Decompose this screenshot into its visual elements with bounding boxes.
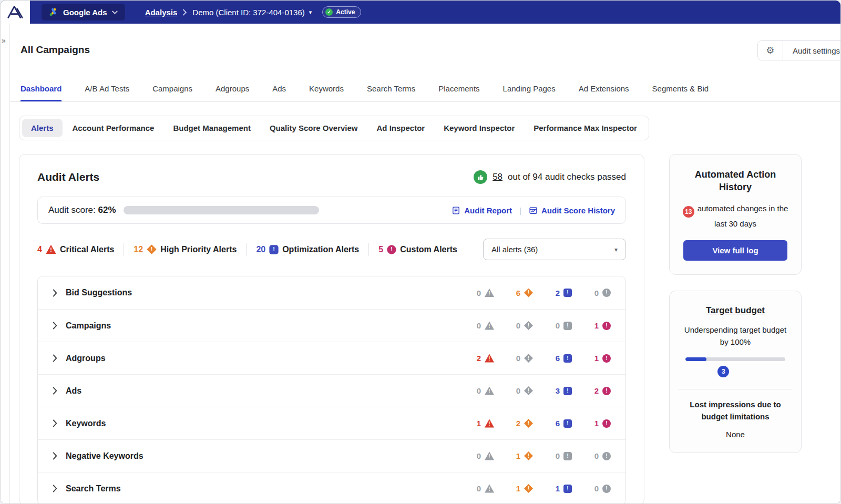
alert-row-adgroups[interactable]: Adgroups 2 0 6 1 <box>38 342 625 374</box>
tab-segments-bidding[interactable]: Segments & Bid <box>652 76 709 101</box>
circle-exclamation-icon <box>602 354 611 363</box>
tab-keywords[interactable]: Keywords <box>309 76 344 101</box>
divider <box>246 243 247 256</box>
audit-settings-group: ⚙ Audit settings <box>757 40 841 60</box>
expand-sidebar-icon[interactable]: » <box>2 36 6 45</box>
tab-ads[interactable]: Ads <box>272 76 286 101</box>
chevron-right-icon <box>53 354 57 362</box>
audit-settings-button[interactable]: Audit settings <box>783 41 841 60</box>
budget-count-badge[interactable]: 3 <box>717 366 729 377</box>
tab-search-terms[interactable]: Search Terms <box>367 76 415 101</box>
circle-exclamation-icon <box>602 419 611 428</box>
high-priority-alerts-summary[interactable]: 12 High Priority Alerts <box>134 245 237 254</box>
tab-campaigns[interactable]: Campaigns <box>152 76 192 101</box>
circle-exclamation-icon <box>602 452 611 460</box>
diamond-exclamation-icon <box>524 386 533 395</box>
chevron-right-icon <box>53 387 57 395</box>
alert-row-bid-suggestions[interactable]: Bid Suggestions 0 6 2 0 <box>38 276 625 309</box>
target-budget-title[interactable]: Target budget <box>680 305 791 317</box>
subtab-budget-management[interactable]: Budget Management <box>164 119 260 137</box>
subtab-account-performance[interactable]: Account Performance <box>64 119 163 137</box>
optimization-alerts-summary[interactable]: 20 Optimization Alerts <box>256 245 359 254</box>
subtab-keyword-inspector[interactable]: Keyword Inspector <box>435 119 524 137</box>
diamond-exclamation-icon <box>524 451 533 460</box>
thumbs-up-icon <box>474 170 487 184</box>
primary-tabs: Dashboard A/B Ad Tests Campaigns Adgroup… <box>10 76 840 102</box>
tab-placements[interactable]: Placements <box>438 76 479 101</box>
tab-adgroups[interactable]: Adgroups <box>216 76 249 101</box>
changes-count-badge: 13 <box>683 206 694 218</box>
square-exclamation-icon <box>563 452 572 460</box>
tab-ad-extensions[interactable]: Ad Extensions <box>579 76 629 101</box>
warning-triangle-icon <box>485 451 494 460</box>
square-exclamation-icon <box>563 354 572 363</box>
tab-ab-ad-tests[interactable]: A/B Ad Tests <box>85 76 129 101</box>
adalysis-logo-icon <box>7 5 24 19</box>
audit-score-label: Audit score: 62% <box>48 205 116 215</box>
warning-triangle-icon <box>485 289 494 297</box>
square-exclamation-icon <box>563 485 572 493</box>
budget-progress-fill <box>685 357 706 361</box>
chevron-right-icon <box>182 9 187 16</box>
warning-triangle-icon <box>485 354 494 363</box>
tab-landing-pages[interactable]: Landing Pages <box>503 76 556 101</box>
diamond-exclamation-icon <box>524 419 533 428</box>
warning-triangle-icon <box>46 244 56 254</box>
chevron-right-icon <box>53 289 57 297</box>
app-window: Google Ads Adalysis Demo (Client ID: 372… <box>0 0 841 504</box>
dashboard-subtabs: Alerts Account Performance Budget Manage… <box>19 116 649 140</box>
view-full-log-button[interactable]: View full log <box>683 240 787 261</box>
alerts-filter-dropdown[interactable]: All alerts (36) ▾ <box>483 239 626 260</box>
check-icon: ✓ <box>325 8 333 16</box>
alert-row-campaigns[interactable]: Campaigns 0 0 0 1 <box>38 309 625 342</box>
square-exclamation-icon <box>563 322 572 330</box>
lost-impressions-value: None <box>680 430 791 439</box>
square-exclamation-icon <box>563 419 572 428</box>
adalysis-logo[interactable] <box>1 1 30 24</box>
alert-row-keywords[interactable]: Keywords 1 2 6 1 <box>38 407 625 439</box>
custom-alerts-summary[interactable]: 5 Custom Alerts <box>378 245 457 254</box>
warning-triangle-icon <box>485 386 494 395</box>
automated-action-history-card: Automated Action History 13automated cha… <box>669 154 802 275</box>
collapsed-sidebar: » <box>1 24 10 503</box>
circle-exclamation-icon <box>387 245 396 254</box>
alert-row-search-terms[interactable]: Search Terms 0 1 1 0 <box>38 472 625 504</box>
google-ads-selector[interactable]: Google Ads <box>42 4 125 20</box>
target-budget-card: Target budget Underspending target budge… <box>669 291 802 453</box>
breadcrumb-app-link[interactable]: Adalysis <box>145 8 178 17</box>
page-header: All Campaigns ⚙ Audit settings <box>10 24 840 76</box>
warning-triangle-icon <box>485 484 494 493</box>
circle-exclamation-icon <box>602 289 611 297</box>
warning-triangle-icon <box>485 321 494 330</box>
audit-report-link[interactable]: Audit Report <box>452 206 512 215</box>
diamond-exclamation-icon <box>524 289 533 297</box>
circle-exclamation-icon <box>602 485 611 493</box>
caret-down-icon: ▾ <box>614 246 618 253</box>
critical-alerts-summary[interactable]: 4 Critical Alerts <box>37 245 114 254</box>
lost-impressions-label: Lost impressions due to budget limitatio… <box>683 399 788 423</box>
warning-triangle-icon <box>485 419 494 428</box>
checks-passed-count-link[interactable]: 58 <box>493 172 502 182</box>
checks-passed-text: out of 94 audit checks passed <box>508 172 626 182</box>
document-icon <box>452 206 460 215</box>
status-badge: ✓ Active <box>322 6 361 18</box>
account-selector[interactable]: Demo (Client ID: 372-404-0136) ▾ <box>192 8 312 17</box>
alert-rows: Bid Suggestions 0 6 2 0 Campaigns 0 <box>37 276 626 504</box>
google-ads-icon <box>49 7 58 17</box>
subtab-quality-score-overview[interactable]: Quality Score Overview <box>261 119 367 137</box>
tab-dashboard[interactable]: Dashboard <box>20 76 61 101</box>
diamond-exclamation-icon <box>524 484 533 493</box>
alert-row-ads[interactable]: Ads 0 0 3 2 <box>38 374 625 407</box>
gear-icon[interactable]: ⚙ <box>758 41 783 60</box>
square-exclamation-icon <box>563 387 572 395</box>
top-bar: Google Ads Adalysis Demo (Client ID: 372… <box>1 1 840 24</box>
subtab-performance-max-inspector[interactable]: Performance Max Inspector <box>525 119 646 137</box>
diamond-exclamation-icon <box>524 354 533 363</box>
subtab-alerts[interactable]: Alerts <box>22 119 63 137</box>
square-exclamation-icon <box>270 245 279 254</box>
divider <box>124 243 124 256</box>
alert-row-negative-keywords[interactable]: Negative Keywords 0 1 0 0 <box>38 439 625 472</box>
subtab-ad-inspector[interactable]: Ad Inspector <box>368 119 434 137</box>
action-history-title: Automated Action History <box>688 168 783 194</box>
audit-score-history-link[interactable]: Audit Score History <box>529 206 615 215</box>
